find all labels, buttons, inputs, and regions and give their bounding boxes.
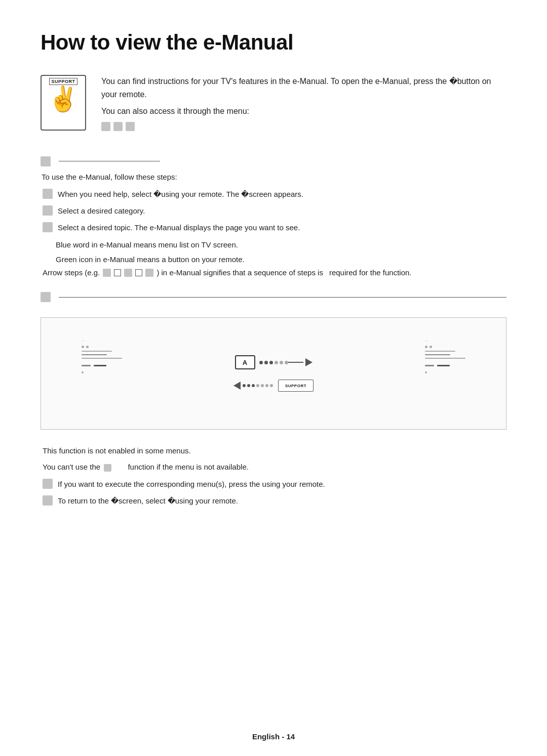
forward-progress <box>259 361 288 364</box>
intro-para2: You can also access it through the menu: <box>101 105 506 118</box>
section2-bullet2: To return to the �screen, select �using … <box>41 495 506 507</box>
intro-text-block: You can find instructions for your TV's … <box>101 75 506 131</box>
arrow-note-suffix-text: ) in e-Manual signifies that a sequence … <box>157 268 323 277</box>
forward-arrow-row: A <box>235 355 312 369</box>
arrow-step-icon2 <box>124 269 132 277</box>
step-square2 <box>135 269 142 276</box>
arrow-right-icon <box>305 358 312 366</box>
remote-icon: SUPPORT ✌ <box>41 75 86 131</box>
navigation-diagram: ·· <box>41 317 506 430</box>
section1-underline <box>59 161 160 161</box>
section2-bullet1: If you want to execute the corresponding… <box>41 478 506 490</box>
page-footer: English - 14 <box>0 732 547 741</box>
tv-line-left1 <box>82 351 112 352</box>
section2-header <box>41 292 506 302</box>
footer-text: English - 14 <box>252 732 295 741</box>
diagram-inner: ·· <box>51 333 496 414</box>
section2-bullet2-text: To return to the �screen, select �using … <box>58 495 238 507</box>
support-label: SUPPORT <box>49 78 77 85</box>
section2-icon <box>41 292 51 302</box>
arrow-step-icon1 <box>103 269 111 277</box>
arrow-note-prefix-text: Arrow steps (e.g. <box>43 268 100 277</box>
function-icon <box>104 464 111 472</box>
hand-press-icon: ✌ <box>48 87 79 111</box>
button-a-icon: A <box>235 355 255 369</box>
tv-screen-left: ·· <box>82 338 122 373</box>
tv-line-right3 <box>425 358 465 359</box>
page-title: How to view the e-Manual <box>41 30 506 55</box>
menu-icon-3 <box>126 122 135 131</box>
note1: Blue word in e-Manual means menu list on… <box>41 239 506 250</box>
section1-header <box>41 156 506 166</box>
forward-line <box>288 362 303 363</box>
section2: ·· <box>41 292 506 507</box>
tv-line-right1 <box>425 351 455 352</box>
menu-icon-2 <box>113 122 123 131</box>
menu-icon-1 <box>101 122 110 131</box>
arrow-left-icon <box>233 382 241 390</box>
menu-path <box>101 122 506 131</box>
step2-bullet <box>43 205 53 216</box>
section2-underline <box>59 297 506 298</box>
step1-bullet <box>43 189 53 199</box>
note2: Green icon in e-Manual means a button on… <box>41 254 506 265</box>
steps-intro: To use the e-Manual, follow these steps: <box>41 173 506 181</box>
intro-section: SUPPORT ✌ You can find instructions for … <box>41 75 506 131</box>
backward-progress <box>243 384 273 387</box>
section1: To use the e-Manual, follow these steps:… <box>41 156 506 277</box>
arrow-step-note: Arrow steps (e.g. ) in e-Manual signifie… <box>41 268 506 277</box>
arrow-step-icon3 <box>145 269 153 277</box>
step3: Select a desired topic. The e-Manual dis… <box>41 222 506 233</box>
step2-text: Select a desired category. <box>58 205 145 217</box>
step-square1 <box>114 269 121 276</box>
section2-bullet2-icon <box>43 495 53 506</box>
step1-text: When you need help, select �using your r… <box>58 188 303 200</box>
step3-bullet <box>43 222 53 232</box>
tv-screen-right: ·· <box>425 338 465 373</box>
step3-text: Select a desired topic. The e-Manual dis… <box>58 222 300 233</box>
step1: When you need help, select �using your r… <box>41 188 506 200</box>
backward-arrow-row: SUPPORT <box>233 380 314 392</box>
tv-line-right2 <box>425 354 450 355</box>
intro-para1: You can find instructions for your TV's … <box>101 75 506 101</box>
arrows-center: A <box>233 355 314 392</box>
step2: Select a desired category. <box>41 205 506 217</box>
section1-icon <box>41 156 51 166</box>
section2-bullet1-text: If you want to execute the corresponding… <box>58 478 325 490</box>
tv-line-left2 <box>82 354 107 355</box>
support-button-icon: SUPPORT <box>278 380 314 392</box>
body-note1: This function is not enabled in some men… <box>41 445 506 457</box>
arrow-note-suffix-text2: required for the function. <box>329 268 412 277</box>
section2-bullet1-icon <box>43 479 53 489</box>
tv-line-left3 <box>82 358 122 359</box>
body-note2: You can't use the function if the menu i… <box>41 461 506 473</box>
